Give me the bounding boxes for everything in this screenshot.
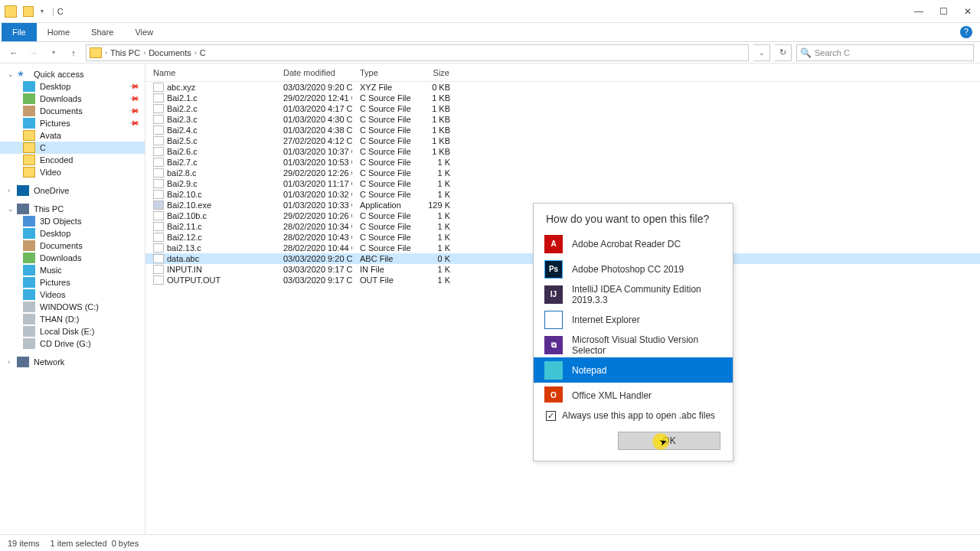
file-name: Bai2.10.c — [167, 190, 202, 199]
file-date: 27/02/2020 4:12 CH — [276, 136, 352, 145]
file-name: Bai2.2.c — [167, 104, 198, 113]
chevron-right-icon[interactable]: › — [105, 49, 107, 57]
sidebar-onedrive[interactable]: › OneDrive — [0, 184, 145, 197]
file-row[interactable]: bai2.8.c29/02/2020 12:26 CHC Source File… — [145, 168, 980, 178]
sidebar-item[interactable]: Documents — [0, 240, 145, 252]
sidebar-quickaccess[interactable]: ⌄ ★ Quick access — [0, 68, 145, 80]
col-name[interactable]: Name — [145, 64, 276, 81]
sidebar-item[interactable]: Pictures — [0, 276, 145, 289]
chevron-down-icon[interactable]: ⌄ — [8, 70, 15, 78]
file-row[interactable]: Bai2.3.c01/03/2020 4:30 CHC Source File1… — [145, 114, 980, 125]
file-name: INPUT.IN — [167, 265, 202, 274]
sidebar-item[interactable]: Downloads — [0, 252, 145, 264]
chevron-right-icon[interactable]: › — [194, 49, 197, 57]
app-item[interactable]: OOffice XML Handler — [534, 383, 733, 403]
sidebar-network[interactable]: › Network — [0, 356, 145, 368]
sidebar-item[interactable]: Music — [0, 264, 145, 276]
file-type: OUT File — [352, 276, 413, 285]
file-icon — [153, 190, 164, 199]
qat-dropdown-icon[interactable]: ▾ — [35, 5, 49, 18]
recent-dropdown[interactable]: ▾ — [46, 45, 61, 60]
app-list[interactable]: AAdobe Acrobat Reader DCPsAdobe Photosho… — [534, 231, 733, 403]
app-item[interactable]: Notepad — [534, 357, 733, 383]
sidebar-item[interactable]: Pictures📌 — [0, 117, 145, 129]
refresh-button[interactable]: ↻ — [775, 44, 792, 61]
ok-button[interactable]: OK ➤ — [618, 432, 720, 450]
pin-icon: 📌 — [129, 93, 140, 105]
always-use-checkbox[interactable]: ✓ Always use this app to open .abc files — [546, 410, 720, 421]
sidebar-thispc[interactable]: ⌄ This PC — [0, 203, 145, 215]
file-date: 01/03/2020 10:33 CH — [276, 201, 352, 210]
qat-item[interactable] — [23, 6, 34, 17]
back-button[interactable]: ← — [6, 45, 21, 60]
chevron-down-icon[interactable]: ⌄ — [8, 205, 15, 213]
sidebar-item[interactable]: Desktop — [0, 227, 145, 240]
col-date[interactable]: Date modified — [276, 64, 352, 81]
help-icon[interactable]: ? — [960, 26, 972, 38]
app-item[interactable]: IJIntelliJ IDEA Community Edition 2019.3… — [534, 282, 733, 307]
file-row[interactable]: Bai2.1.c29/02/2020 12:41 CHC Source File… — [145, 93, 980, 103]
file-row[interactable]: Bai2.5.c27/02/2020 4:12 CHC Source File1… — [145, 135, 980, 146]
app-item[interactable]: ⧉Microsoft Visual Studio Version Selecto… — [534, 332, 733, 357]
tab-home[interactable]: Home — [37, 23, 80, 41]
sidebar-item[interactable]: WINDOWS (C:) — [0, 301, 145, 313]
maximize-button[interactable]: ☐ — [931, 3, 956, 20]
crumb-documents[interactable]: Documents — [149, 48, 191, 57]
file-name: Bai2.6.c — [167, 147, 198, 156]
file-row[interactable]: Bai2.7.c01/03/2020 10:53 CHC Source File… — [145, 157, 980, 168]
crumb-c[interactable]: C — [200, 48, 206, 57]
sidebar-item[interactable]: Videos — [0, 289, 145, 301]
search-input[interactable]: 🔍 Search C — [796, 44, 974, 61]
file-row[interactable]: Bai2.2.c01/03/2020 4:17 CHC Source File1… — [145, 103, 980, 114]
close-button[interactable]: ✕ — [956, 3, 980, 20]
file-row[interactable]: Bai2.9.c01/03/2020 11:17 CHC Source File… — [145, 178, 980, 189]
file-type: C Source File — [352, 179, 413, 188]
status-items: 19 items — [8, 539, 40, 548]
forward-button[interactable]: → — [26, 45, 41, 60]
chevron-right-icon[interactable]: › — [143, 49, 145, 57]
sidebar-item[interactable]: C — [0, 142, 145, 154]
search-placeholder: Search C — [815, 48, 850, 57]
sidebar-item[interactable]: CD Drive (G:) — [0, 337, 145, 350]
sidebar-item-label: Video — [40, 168, 61, 177]
file-name: Bai2.1.c — [167, 93, 198, 103]
col-size[interactable]: Size — [413, 64, 456, 81]
crumb-thispc[interactable]: This PC — [110, 48, 140, 57]
tab-view[interactable]: View — [124, 23, 164, 41]
sidebar-item[interactable]: Downloads📌 — [0, 93, 145, 105]
sidebar-item[interactable]: THAN (D:) — [0, 313, 145, 325]
sidebar-item[interactable]: Local Disk (E:) — [0, 325, 145, 337]
tab-file[interactable]: File — [2, 23, 37, 41]
file-row[interactable]: Bai2.6.c01/03/2020 10:37 CHC Source File… — [145, 146, 980, 157]
checkbox-icon[interactable]: ✓ — [546, 411, 556, 421]
sidebar-item-label: Pictures — [40, 278, 70, 287]
sidebar-item[interactable]: Video — [0, 166, 145, 178]
breadcrumb-dropdown[interactable]: ⌄ — [753, 44, 770, 61]
sidebar-item[interactable]: Avata — [0, 129, 145, 142]
status-selected: 1 item selected 0 bytes — [51, 539, 139, 548]
sidebar-item[interactable]: Documents📌 — [0, 105, 145, 117]
file-type: C Source File — [352, 190, 413, 199]
sidebar-item[interactable]: 3D Objects — [0, 215, 145, 227]
app-item[interactable]: AAdobe Acrobat Reader DC — [534, 231, 733, 256]
app-label: IntelliJ IDEA Community Edition 2019.3.3 — [572, 284, 733, 305]
sidebar-item[interactable]: Encoded — [0, 154, 145, 166]
file-row[interactable]: Bai2.4.c01/03/2020 4:38 CHC Source File1… — [145, 125, 980, 135]
tab-share[interactable]: Share — [80, 23, 124, 41]
app-item[interactable]: PsAdobe Photoshop CC 2019 — [534, 256, 733, 282]
app-item[interactable]: eInternet Explorer — [534, 307, 733, 332]
file-row[interactable]: Bai2.10.c01/03/2020 10:32 CHC Source Fil… — [145, 189, 980, 200]
drive-icon — [23, 253, 35, 263]
folder-icon — [90, 47, 102, 58]
chevron-right-icon[interactable]: › — [8, 187, 15, 194]
file-row[interactable]: abc.xyz03/03/2020 9:20 CHXYZ File0 KB — [145, 82, 980, 93]
folder-icon — [23, 93, 35, 104]
up-button[interactable]: ↑ — [66, 45, 81, 60]
file-date: 29/02/2020 12:26 CH — [276, 168, 352, 178]
pin-icon: 📌 — [129, 118, 140, 129]
minimize-button[interactable]: — — [906, 3, 931, 20]
breadcrumb-bar[interactable]: › This PC › Documents › C — [86, 44, 749, 61]
sidebar-item[interactable]: Desktop📌 — [0, 80, 145, 93]
col-type[interactable]: Type — [352, 64, 413, 81]
chevron-right-icon[interactable]: › — [8, 358, 15, 366]
